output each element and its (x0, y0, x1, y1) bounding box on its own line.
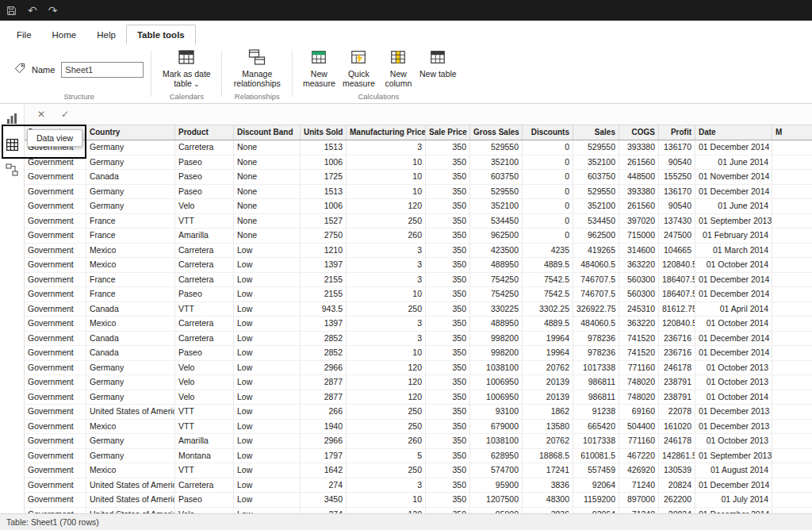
table-cell[interactable]: 1940 (301, 420, 347, 434)
table-row[interactable]: GovernmentCanadaPaseoLow2852103509982001… (25, 346, 812, 361)
table-cell[interactable]: Carretera (175, 317, 234, 331)
table-cell[interactable]: Low (234, 449, 301, 463)
table-cell[interactable]: Government (25, 156, 86, 170)
table-cell[interactable]: 2852 (301, 346, 347, 360)
table-cell[interactable]: 1017338 (573, 361, 619, 375)
column-header[interactable]: Gross Sales (470, 125, 523, 140)
table-cell[interactable]: Canada (86, 302, 175, 317)
formula-bar[interactable]: ✕ ✓ (25, 104, 812, 125)
table-cell[interactable]: Mexico (86, 244, 175, 258)
table-cell[interactable]: 2852 (301, 332, 347, 346)
table-cell[interactable]: 91238 (573, 405, 619, 419)
table-cell[interactable]: 48300 (523, 493, 573, 507)
table-cell[interactable]: Germany (86, 375, 175, 390)
table-cell[interactable]: 250 (347, 420, 426, 434)
undo-icon[interactable]: ↶ (28, 5, 37, 16)
table-row[interactable]: GovernmentGermanyVeloNone100612035035210… (25, 199, 812, 214)
table-cell[interactable]: 92064 (573, 508, 619, 514)
table-cell[interactable]: 136170 (659, 185, 695, 199)
table-cell[interactable]: 1038100 (470, 361, 523, 375)
table-row[interactable]: GovernmentUnited States of AmericaPaseoL… (25, 493, 812, 508)
new-table-button[interactable]: New table (419, 47, 457, 79)
table-cell[interactable]: 1725 (301, 170, 347, 184)
table-cell[interactable]: 2966 (301, 361, 347, 375)
table-cell[interactable]: 01 September 2013 (695, 214, 772, 229)
table-cell[interactable]: None (234, 156, 301, 170)
table-cell[interactable]: 81612.75 (659, 302, 695, 317)
table-cell[interactable]: Low (234, 390, 301, 405)
table-cell[interactable]: 71240 (619, 508, 659, 514)
table-cell[interactable]: Government (25, 273, 86, 287)
data-view-button[interactable] (3, 137, 21, 152)
table-row[interactable]: GovernmentGermanyMontanaLow1797535062895… (25, 449, 812, 464)
table-cell[interactable]: 10 (347, 493, 426, 507)
table-cell[interactable]: 350 (426, 508, 470, 514)
table-cell[interactable]: 352100 (573, 199, 619, 213)
table-cell[interactable]: 120 (347, 361, 426, 375)
table-cell[interactable]: 95900 (470, 478, 523, 493)
table-cell[interactable]: 603750 (470, 170, 523, 184)
table-cell[interactable]: 20824 (659, 508, 695, 514)
table-cell[interactable]: None (234, 170, 301, 184)
table-cell[interactable]: 3 (347, 317, 426, 331)
table-cell[interactable]: 69160 (619, 405, 659, 419)
table-cell[interactable]: 20824 (659, 478, 695, 493)
cancel-icon[interactable]: ✕ (37, 109, 45, 120)
table-cell[interactable]: 746707.5 (573, 273, 619, 287)
table-cell[interactable]: 01 October 2013 (695, 361, 772, 375)
table-cell[interactable]: 330225 (470, 302, 523, 317)
table-cell[interactable]: 350 (426, 170, 470, 184)
table-cell[interactable] (772, 317, 812, 331)
table-cell[interactable]: 10 (347, 346, 426, 360)
table-cell[interactable]: 93100 (470, 405, 523, 419)
table-cell[interactable]: VTT (175, 214, 234, 229)
table-cell[interactable]: Government (25, 478, 86, 493)
table-cell[interactable]: 19964 (523, 332, 573, 346)
table-cell[interactable] (772, 478, 812, 493)
table-cell[interactable]: 236716 (659, 332, 695, 346)
column-header[interactable]: COGS (619, 125, 659, 140)
table-cell[interactable]: 01 July 2014 (695, 493, 772, 507)
table-cell[interactable]: 3 (347, 244, 426, 258)
table-cell[interactable]: Government (25, 463, 86, 478)
table-cell[interactable]: 01 September 2013 (695, 449, 772, 463)
table-cell[interactable]: 0 (523, 140, 573, 155)
table-cell[interactable]: 20762 (523, 434, 573, 448)
table-cell[interactable]: 574700 (470, 463, 523, 478)
table-cell[interactable]: 260 (347, 434, 426, 448)
table-cell[interactable]: 350 (426, 258, 470, 272)
table-cell[interactable]: Government (25, 170, 86, 184)
table-cell[interactable]: 363220 (619, 317, 659, 331)
table-cell[interactable]: 393380 (619, 140, 659, 155)
table-cell[interactable]: 529550 (470, 140, 523, 155)
table-cell[interactable]: 236716 (659, 346, 695, 360)
column-header[interactable]: Profit (659, 125, 695, 140)
save-icon[interactable] (6, 6, 17, 16)
table-cell[interactable]: Government (25, 332, 86, 346)
table-cell[interactable] (772, 332, 812, 346)
table-cell[interactable]: 326922.75 (573, 302, 619, 317)
table-cell[interactable] (772, 508, 812, 514)
table-cell[interactable]: 20762 (523, 361, 573, 375)
table-cell[interactable]: United States of America (86, 493, 175, 507)
table-cell[interactable]: Canada (86, 346, 175, 360)
table-cell[interactable]: 238791 (659, 375, 695, 390)
column-header[interactable]: Date (695, 125, 772, 140)
table-cell[interactable]: Mexico (86, 317, 175, 331)
table-row[interactable]: GovernmentCanadaVTTLow943.52503503302253… (25, 302, 812, 317)
table-cell[interactable]: 748020 (619, 390, 659, 405)
table-cell[interactable]: Low (234, 346, 301, 360)
table-cell[interactable]: 01 December 2013 (695, 420, 772, 434)
table-cell[interactable]: 3836 (523, 508, 573, 514)
table-cell[interactable]: 01 June 2014 (695, 199, 772, 213)
table-cell[interactable]: 4235 (523, 244, 573, 258)
table-cell[interactable] (772, 273, 812, 287)
table-cell[interactable]: Low (234, 375, 301, 390)
table-cell[interactable]: 350 (426, 140, 470, 155)
table-cell[interactable]: 897000 (619, 493, 659, 507)
table-cell[interactable]: 90540 (659, 199, 695, 213)
table-cell[interactable]: 20139 (523, 390, 573, 405)
table-cell[interactable]: Germany (86, 140, 175, 155)
table-cell[interactable]: 10 (347, 156, 426, 170)
table-cell[interactable]: 998200 (470, 332, 523, 346)
